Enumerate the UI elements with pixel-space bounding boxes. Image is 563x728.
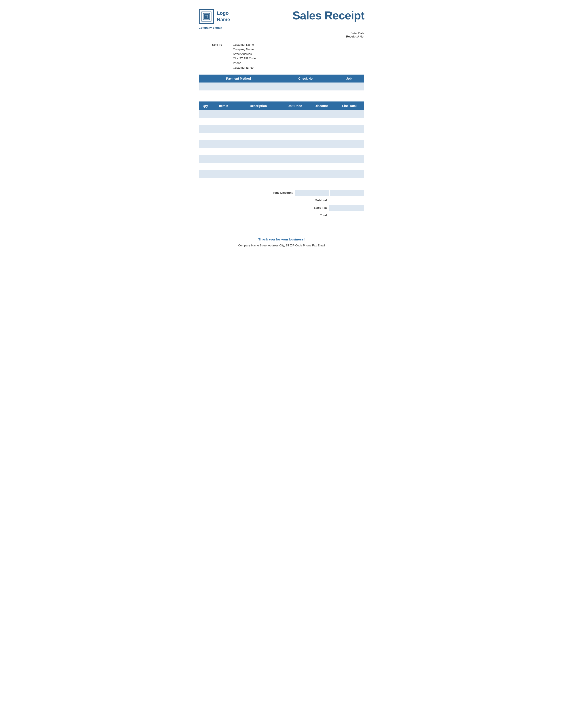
items-table: Qty Item # Description Unit Price Discou… (199, 101, 364, 185)
item-cell (212, 155, 235, 163)
discount-cell (308, 163, 335, 170)
qty-cell (199, 140, 212, 148)
qty-cell (199, 118, 212, 125)
job-cell (334, 83, 364, 90)
item-cell (212, 170, 235, 178)
discount-cell (308, 155, 335, 163)
table-row (199, 163, 364, 170)
sales-tax-label: Sales Tax (298, 206, 327, 209)
subtotal-row: Subtotal (273, 197, 365, 203)
header: Logo Name Sales Receipt (199, 9, 364, 24)
desc-cell (235, 110, 282, 118)
total-discount-box1 (295, 190, 329, 196)
logo-name-text: Logo Name (217, 10, 230, 23)
customer-name: Customer Name (233, 43, 256, 47)
description-header: Description (235, 101, 282, 110)
sold-to-label: Sold To (212, 43, 229, 70)
table-row (199, 125, 364, 133)
total-cell (335, 140, 364, 148)
desc-cell (235, 140, 282, 148)
qty-cell (199, 155, 212, 163)
item-cell (212, 118, 235, 125)
item-cell (212, 178, 235, 185)
item-cell (212, 140, 235, 148)
qty-cell (199, 133, 212, 140)
logo-icon (199, 9, 214, 24)
item-cell (212, 148, 235, 155)
discount-cell (308, 140, 335, 148)
item-cell (212, 125, 235, 133)
price-cell (282, 118, 308, 125)
date-label: Date: (351, 32, 358, 35)
totals-table: Total Discount Subtotal Sales Tax Total (273, 190, 365, 220)
total-cell (335, 110, 364, 118)
date-value: Date (358, 32, 364, 35)
qty-header: Qty (199, 101, 212, 110)
table-row (199, 155, 364, 163)
desc-cell (235, 163, 282, 170)
receipt-number: Receipt # No. (199, 35, 364, 38)
qty-cell (199, 163, 212, 170)
total-cell (335, 178, 364, 185)
total-discount-box2 (330, 190, 364, 196)
line-total-header: Line Total (335, 101, 364, 110)
phone: Phone (233, 61, 256, 66)
total-final-label: Total (298, 214, 327, 217)
footer-company-info: Company Name Street Address,City, ST ZIP… (199, 244, 364, 247)
payment-method-header: Payment Method (199, 75, 278, 83)
desc-cell (235, 178, 282, 185)
subtotal-label: Subtotal (298, 199, 327, 202)
table-row (199, 133, 364, 140)
desc-cell (235, 125, 282, 133)
city-state-zip: City, ST ZIP Code (233, 56, 256, 61)
discount-cell (308, 110, 335, 118)
payment-method-cell (199, 83, 278, 90)
price-cell (282, 155, 308, 163)
thank-you-text: Thank you for your business! (199, 237, 364, 241)
price-cell (282, 133, 308, 140)
total-cell (335, 170, 364, 178)
qty-cell (199, 170, 212, 178)
date-line: Date: Date (199, 32, 364, 35)
total-cell (335, 155, 364, 163)
discount-cell (308, 148, 335, 155)
price-cell (282, 148, 308, 155)
price-cell (282, 125, 308, 133)
discount-cell (308, 118, 335, 125)
total-discount-label: Total Discount (264, 191, 293, 194)
table-row (199, 110, 364, 118)
table-row (199, 148, 364, 155)
discount-cell (308, 178, 335, 185)
item-cell (212, 163, 235, 170)
svg-rect-3 (205, 15, 207, 18)
item-num-header: Item # (212, 101, 235, 110)
price-cell (282, 178, 308, 185)
table-row (199, 170, 364, 178)
table-row (199, 118, 364, 125)
total-row: Total (273, 212, 365, 218)
total-cell (335, 148, 364, 155)
totals-section: Total Discount Subtotal Sales Tax Total (199, 190, 364, 220)
customer-id: Customer ID No. (233, 66, 256, 70)
company-name: Company Name (233, 47, 256, 52)
sales-tax-box (329, 205, 364, 211)
total-cell (335, 133, 364, 140)
discount-header: Discount (308, 101, 335, 110)
discount-cell (308, 125, 335, 133)
total-cell (335, 163, 364, 170)
discount-cell (308, 170, 335, 178)
payment-table: Payment Method Check No. Job (199, 75, 364, 90)
qty-cell (199, 148, 212, 155)
total-discount-boxes (295, 190, 364, 196)
check-no-header: Check No. (278, 75, 334, 83)
price-cell (282, 110, 308, 118)
table-row (199, 140, 364, 148)
total-cell (335, 125, 364, 133)
page-title: Sales Receipt (293, 9, 364, 22)
unit-price-header: Unit Price (282, 101, 308, 110)
total-spacer (329, 212, 364, 218)
check-no-cell (278, 83, 334, 90)
job-header: Job (334, 75, 364, 83)
subtotal-spacer (329, 197, 364, 203)
price-cell (282, 163, 308, 170)
